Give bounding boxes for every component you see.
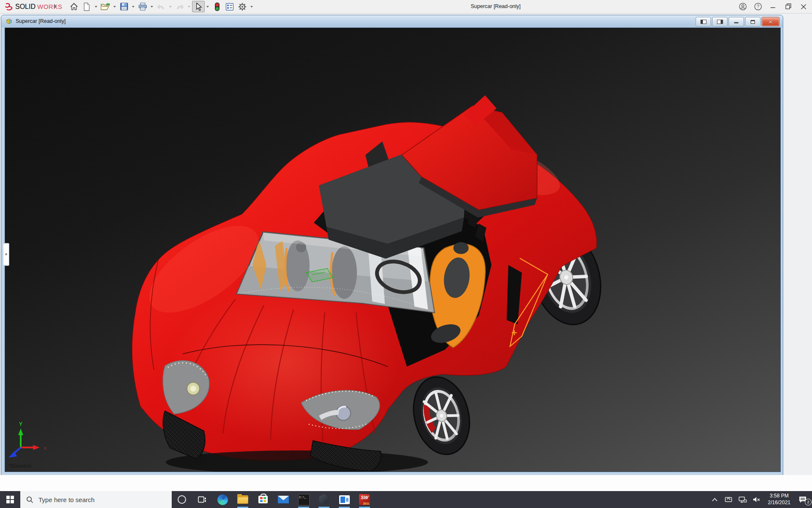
sync-icon [724,496,732,503]
open-dropdown[interactable] [112,1,118,12]
open-icon [101,3,110,11]
file-explorer-icon [237,495,248,504]
volume-tray-button[interactable] [752,491,762,508]
action-center-button[interactable]: 2 [797,491,809,508]
taskbar-search[interactable]: Type here to search [20,491,172,508]
screen: SOLIDWORKS [0,0,812,508]
tray-date: 2/16/2021 [768,500,790,506]
options-dropdown[interactable] [249,1,255,12]
print-icon [138,3,147,11]
file-properties-button[interactable] [223,1,236,12]
help-button[interactable]: ? [754,3,762,11]
close-button[interactable] [799,3,808,11]
solidworks-logo: SOLIDWORKS [4,0,62,13]
main-toolbar [68,0,255,13]
save-dropdown[interactable] [130,1,136,12]
save-icon [120,3,128,11]
tray-clock[interactable]: 3:58 PM 2/16/2021 [765,493,793,506]
taskbar-window-app[interactable] [334,491,354,508]
help-icon: ? [754,3,762,11]
close-icon [800,3,807,10]
redo-button[interactable] [173,1,186,12]
new-document-dropdown[interactable] [93,1,99,12]
taskbar-mail[interactable] [273,491,294,508]
task-view-button[interactable] [192,491,212,508]
hidden-icons-button[interactable] [710,491,720,508]
print-button[interactable] [136,1,149,12]
minimize-icon [770,3,776,10]
maximize-button[interactable] [784,3,793,11]
cortana-button[interactable] [172,491,192,508]
taskbar-command-prompt[interactable]: C:\_ [294,491,314,508]
gear-icon [238,3,247,11]
app-background-strip [0,475,812,491]
panel-collapse-handle[interactable] [3,243,9,266]
home-button[interactable] [68,1,80,12]
store-icon [258,496,268,503]
open-button[interactable] [99,1,112,12]
taskbar-solidworks[interactable]: SW 2021 [354,491,375,508]
doc-close-button[interactable] [762,17,779,26]
taskbar-hexagon-app[interactable] [314,491,334,508]
search-icon [26,496,33,503]
svg-text:?: ? [757,4,759,9]
new-document-icon [83,3,91,11]
taskbar: Type here to search [0,491,812,508]
command-prompt-icon: C:\_ [298,494,310,505]
select-dropdown[interactable] [205,1,211,12]
home-icon [70,3,78,11]
supercar-model: Y x [5,28,780,472]
file-properties-icon [225,3,234,11]
view-orientation-label: *Dimetric [8,463,32,469]
dassault-logo-mark [4,3,14,11]
undo-dropdown[interactable] [167,1,173,12]
show-right-pane-button[interactable] [712,17,727,26]
restore-icon [785,3,792,10]
doc-restore-icon [750,19,755,24]
search-placeholder: Type here to search [38,496,95,503]
rebuild-button[interactable] [211,1,223,12]
redo-dropdown[interactable] [186,1,192,12]
new-document-button[interactable] [80,1,93,12]
notification-badge: 2 [805,499,812,505]
orientation-triad: Y x [8,421,47,458]
task-view-icon [198,496,206,503]
menu-flyout-arrow[interactable] [54,4,57,9]
start-button[interactable] [0,491,20,508]
doc-minimize-button[interactable] [729,17,744,26]
sync-tray-button[interactable] [724,491,734,508]
taskbar-file-explorer[interactable] [233,491,253,508]
account-button[interactable] [738,3,747,11]
select-cursor-icon [195,3,202,11]
front-wheel [406,371,477,460]
taskbar-edge[interactable] [212,491,233,508]
minimize-button[interactable] [769,3,777,11]
save-button[interactable] [118,1,130,12]
app-window-controls: ? [738,0,808,13]
mail-icon [278,496,289,503]
account-icon [739,3,747,11]
rebuild-traffic-light-icon [214,2,220,11]
brand-solid: SOLID [15,3,36,11]
options-button[interactable] [236,1,249,12]
document-window-controls [696,17,779,26]
print-dropdown[interactable] [149,1,155,12]
triad-y-label: Y [19,421,22,427]
left-pane-icon [700,19,707,24]
undo-button[interactable] [155,1,167,12]
select-button[interactable] [192,1,205,12]
brand-works: WORKS [37,3,62,10]
volume-muted-icon [752,496,760,503]
network-tray-button[interactable] [738,491,748,508]
triad-x-label: x [44,445,47,450]
taskbar-store[interactable] [253,491,273,508]
chevron-up-icon [712,498,718,502]
windows-logo-icon [6,496,14,503]
document-title: Supercar [Read-only] [16,18,66,24]
document-titlebar: Supercar [Read-only] [1,15,783,27]
undo-icon [157,3,165,11]
viewport-3d[interactable]: Y x *Dimetric [5,28,781,472]
app-titlebar: SOLIDWORKS [0,0,812,14]
doc-restore-button[interactable] [745,17,760,26]
show-left-pane-button[interactable] [696,17,711,26]
